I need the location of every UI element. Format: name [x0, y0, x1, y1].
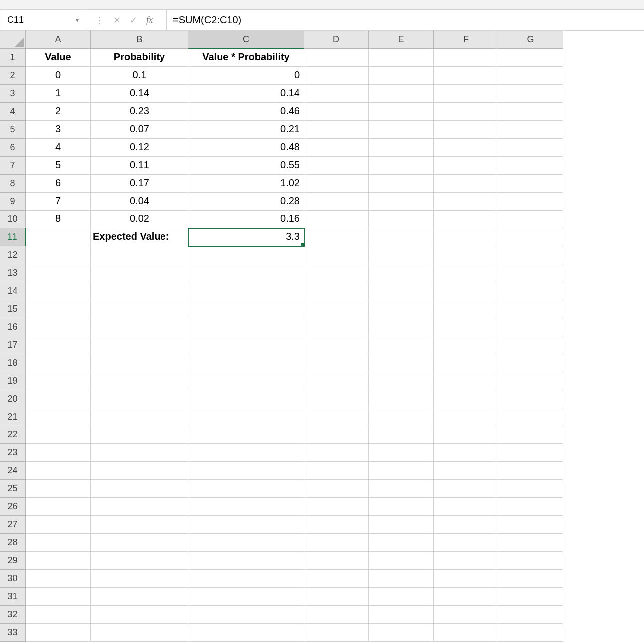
row-header-15[interactable]: 15	[0, 300, 26, 318]
cell-C18[interactable]	[188, 354, 304, 372]
cell-D30[interactable]	[304, 570, 369, 588]
cell-F24[interactable]	[434, 462, 498, 480]
cell-F19[interactable]	[434, 372, 498, 390]
cell-F28[interactable]	[434, 534, 498, 552]
cell-E28[interactable]	[369, 534, 434, 552]
cell-F25[interactable]	[434, 480, 498, 498]
row-header-1[interactable]: 1	[0, 49, 26, 67]
row-header-17[interactable]: 17	[0, 336, 26, 354]
cell-G6[interactable]	[498, 139, 563, 157]
cell-B11[interactable]: Expected Value:	[91, 228, 188, 246]
cell-G25[interactable]	[498, 480, 563, 498]
cell-G11[interactable]	[498, 228, 563, 246]
row-header-28[interactable]: 28	[0, 534, 26, 552]
row-header-27[interactable]: 27	[0, 516, 26, 534]
cell-E1[interactable]	[369, 49, 434, 67]
cell-C14[interactable]	[188, 282, 304, 300]
cell-B27[interactable]	[91, 516, 188, 534]
cell-B5[interactable]: 0.07	[91, 121, 188, 139]
cell-B22[interactable]	[91, 426, 188, 444]
cell-F5[interactable]	[434, 121, 498, 139]
cell-F14[interactable]	[434, 282, 498, 300]
cell-B6[interactable]: 0.12	[91, 139, 188, 157]
cell-F2[interactable]	[434, 67, 498, 85]
cell-A25[interactable]	[26, 480, 91, 498]
cell-B15[interactable]	[91, 300, 188, 318]
row-header-23[interactable]: 23	[0, 444, 26, 462]
row-header-5[interactable]: 5	[0, 121, 26, 139]
row-header-12[interactable]: 12	[0, 246, 26, 264]
cell-F16[interactable]	[434, 318, 498, 336]
cell-A20[interactable]	[26, 390, 91, 408]
cell-D13[interactable]	[304, 264, 369, 282]
cell-B16[interactable]	[91, 318, 188, 336]
row-header-31[interactable]: 31	[0, 588, 26, 606]
cell-B10[interactable]: 0.02	[91, 211, 188, 228]
dots-icon[interactable]: ⋮	[95, 15, 104, 26]
cell-G18[interactable]	[498, 354, 563, 372]
cell-G2[interactable]	[498, 67, 563, 85]
cell-A8[interactable]: 6	[26, 175, 91, 193]
cell-D26[interactable]	[304, 498, 369, 516]
col-header-G[interactable]: G	[498, 31, 563, 49]
row-header-10[interactable]: 10	[0, 211, 26, 228]
cell-B31[interactable]	[91, 588, 188, 606]
cell-F23[interactable]	[434, 444, 498, 462]
cell-E8[interactable]	[369, 175, 434, 193]
cell-F21[interactable]	[434, 408, 498, 426]
row-header-24[interactable]: 24	[0, 462, 26, 480]
row-header-32[interactable]: 32	[0, 606, 26, 624]
cell-A12[interactable]	[26, 246, 91, 264]
cell-F3[interactable]	[434, 85, 498, 103]
cell-A23[interactable]	[26, 444, 91, 462]
cell-E30[interactable]	[369, 570, 434, 588]
cell-E2[interactable]	[369, 67, 434, 85]
cell-C24[interactable]	[188, 462, 304, 480]
cell-C4[interactable]: 0.46	[188, 103, 304, 121]
cell-B29[interactable]	[91, 552, 188, 570]
cell-D31[interactable]	[304, 588, 369, 606]
cell-A6[interactable]: 4	[26, 139, 91, 157]
cell-C16[interactable]	[188, 318, 304, 336]
col-header-B[interactable]: B	[91, 31, 188, 49]
cell-G10[interactable]	[498, 211, 563, 228]
cell-G8[interactable]	[498, 175, 563, 193]
cell-C28[interactable]	[188, 534, 304, 552]
cell-A13[interactable]	[26, 264, 91, 282]
cell-A11[interactable]	[26, 228, 91, 246]
cell-G27[interactable]	[498, 516, 563, 534]
cell-C13[interactable]	[188, 264, 304, 282]
cell-G31[interactable]	[498, 588, 563, 606]
cell-C26[interactable]	[188, 498, 304, 516]
cell-D15[interactable]	[304, 300, 369, 318]
cell-D21[interactable]	[304, 408, 369, 426]
cell-A19[interactable]	[26, 372, 91, 390]
cell-C8[interactable]: 1.02	[188, 175, 304, 193]
cell-E27[interactable]	[369, 516, 434, 534]
cell-E22[interactable]	[369, 426, 434, 444]
cell-A29[interactable]	[26, 552, 91, 570]
cell-G4[interactable]	[498, 103, 563, 121]
cell-C5[interactable]: 0.21	[188, 121, 304, 139]
cell-G14[interactable]	[498, 282, 563, 300]
cell-C30[interactable]	[188, 570, 304, 588]
cell-C11[interactable]: 3.3	[188, 228, 304, 246]
cell-C15[interactable]	[188, 300, 304, 318]
cell-C31[interactable]	[188, 588, 304, 606]
row-header-22[interactable]: 22	[0, 426, 26, 444]
row-header-29[interactable]: 29	[0, 552, 26, 570]
cell-F27[interactable]	[434, 516, 498, 534]
cell-E16[interactable]	[369, 318, 434, 336]
cell-A7[interactable]: 5	[26, 157, 91, 175]
cell-C6[interactable]: 0.48	[188, 139, 304, 157]
cell-F30[interactable]	[434, 570, 498, 588]
cell-G7[interactable]	[498, 157, 563, 175]
cell-D4[interactable]	[304, 103, 369, 121]
row-header-16[interactable]: 16	[0, 318, 26, 336]
cell-G19[interactable]	[498, 372, 563, 390]
cell-E10[interactable]	[369, 211, 434, 228]
row-header-14[interactable]: 14	[0, 282, 26, 300]
row-header-11[interactable]: 11	[0, 228, 26, 246]
cell-E32[interactable]	[369, 606, 434, 624]
row-header-18[interactable]: 18	[0, 354, 26, 372]
